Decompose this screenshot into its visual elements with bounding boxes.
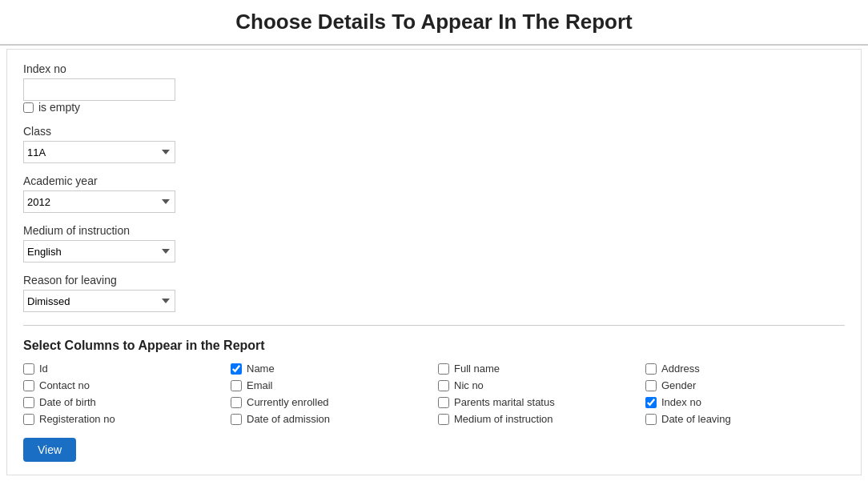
column-item: Address — [645, 363, 845, 375]
col_contact_no-checkbox[interactable] — [23, 380, 34, 391]
col_gender-label[interactable]: Gender — [661, 379, 696, 391]
is-empty-checkbox[interactable] — [23, 102, 34, 113]
col_address-checkbox[interactable] — [645, 363, 657, 375]
column-item: Date of birth — [23, 396, 223, 408]
reason-label: Reason for leaving — [23, 274, 845, 287]
is-empty-row: is empty — [23, 101, 845, 114]
col_address-label[interactable]: Address — [661, 363, 700, 375]
class-group: Class 11A 11B 12A — [23, 125, 845, 163]
col_full_name-checkbox[interactable] — [438, 363, 449, 375]
col_registration_no-checkbox[interactable] — [23, 414, 34, 425]
col_parents_marital-label[interactable]: Parents marital status — [454, 396, 555, 408]
col_currently_enrolled-label[interactable]: Currently enrolled — [247, 396, 329, 408]
col_id-checkbox[interactable] — [23, 363, 34, 375]
class-label: Class — [23, 125, 845, 138]
col_registration_no-label[interactable]: Registeration no — [39, 413, 115, 425]
column-item: Medium of instruction — [438, 413, 637, 425]
col_date_of_leaving-label[interactable]: Date of leaving — [661, 413, 731, 425]
col_name-label[interactable]: Name — [247, 363, 275, 375]
medium-select[interactable]: English Sinhala Tamil — [23, 240, 175, 263]
columns-section-title: Select Columns to Appear in the Report — [23, 339, 845, 353]
divider — [23, 325, 845, 326]
index-no-label: Index no — [23, 62, 845, 75]
col_date_of_birth-checkbox[interactable] — [23, 397, 34, 408]
column-item: Date of leaving — [645, 413, 845, 425]
view-button[interactable]: View — [23, 438, 76, 462]
col_name-checkbox[interactable] — [231, 363, 242, 375]
col_gender-checkbox[interactable] — [645, 380, 657, 391]
col_date_of_leaving-checkbox[interactable] — [645, 414, 657, 425]
col_nic_no-checkbox[interactable] — [438, 380, 449, 391]
column-item: Email — [231, 379, 430, 391]
column-item: Contact no — [23, 379, 223, 391]
column-item: Currently enrolled — [231, 396, 430, 408]
column-item: Parents marital status — [438, 396, 637, 408]
col_parents_marital-checkbox[interactable] — [438, 397, 449, 408]
col_nic_no-label[interactable]: Nic no — [454, 379, 484, 391]
page-title: Choose Details To Appear In The Report — [0, 10, 868, 34]
column-item: Id — [23, 363, 223, 375]
columns-grid: IdNameFull nameAddressContact noEmailNic… — [23, 363, 845, 425]
column-item: Full name — [438, 363, 637, 375]
col_date_of_admission-checkbox[interactable] — [231, 414, 242, 425]
col_index_no-label[interactable]: Index no — [661, 396, 701, 408]
col_medium-label[interactable]: Medium of instruction — [454, 413, 553, 425]
col_email-checkbox[interactable] — [231, 380, 242, 391]
reason-select[interactable]: Dimissed Passed out Transferred — [23, 290, 175, 312]
col_medium-checkbox[interactable] — [438, 414, 449, 425]
col_currently_enrolled-checkbox[interactable] — [231, 397, 242, 408]
medium-group: Medium of instruction English Sinhala Ta… — [23, 224, 845, 263]
col_full_name-label[interactable]: Full name — [454, 363, 500, 375]
column-item: Nic no — [438, 379, 637, 391]
col_index_no-checkbox[interactable] — [645, 397, 657, 408]
is-empty-label: is empty — [38, 101, 80, 114]
column-item: Gender — [645, 379, 845, 391]
page-header: Choose Details To Appear In The Report — [0, 0, 868, 46]
column-item: Date of admission — [231, 413, 430, 425]
col_id-label[interactable]: Id — [39, 363, 48, 375]
index-no-group: Index no is empty — [23, 62, 845, 114]
class-select[interactable]: 11A 11B 12A — [23, 141, 175, 163]
medium-label: Medium of instruction — [23, 224, 845, 237]
academic-year-select[interactable]: 2012 2013 2014 — [23, 190, 175, 213]
main-content: Index no is empty Class 11A 11B 12A Acad… — [6, 49, 862, 475]
academic-year-group: Academic year 2012 2013 2014 — [23, 174, 845, 213]
col_date_of_birth-label[interactable]: Date of birth — [39, 396, 96, 408]
column-item: Registeration no — [23, 413, 223, 425]
column-item: Name — [231, 363, 430, 375]
column-item: Index no — [645, 396, 845, 408]
academic-year-label: Academic year — [23, 174, 845, 187]
index-no-input[interactable] — [23, 78, 175, 101]
col_date_of_admission-label[interactable]: Date of admission — [247, 413, 330, 425]
col_email-label[interactable]: Email — [247, 379, 273, 391]
col_contact_no-label[interactable]: Contact no — [39, 379, 90, 391]
reason-group: Reason for leaving Dimissed Passed out T… — [23, 274, 845, 312]
